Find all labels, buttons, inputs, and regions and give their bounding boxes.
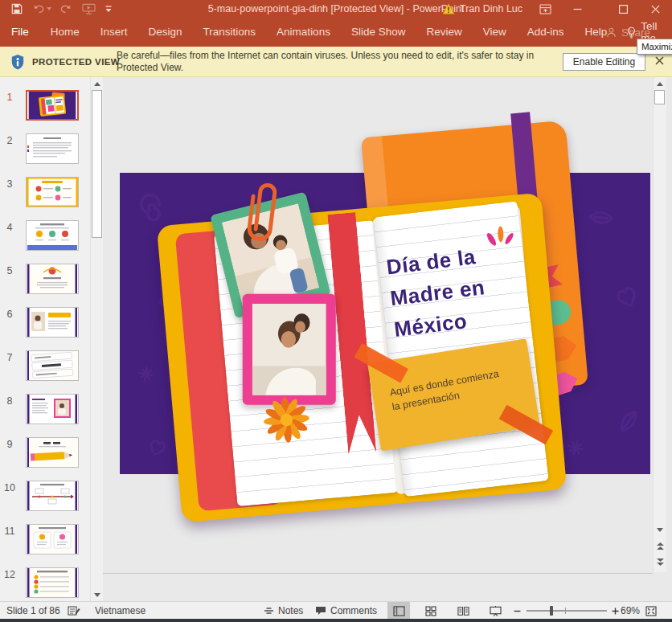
close-button[interactable]	[638, 0, 672, 18]
notebook-cover: Día de la Madre en México Aquí es donde …	[157, 193, 567, 522]
tab-slide-show[interactable]: Slide Show	[341, 18, 416, 47]
fit-to-window-icon[interactable]	[641, 602, 661, 620]
start-from-beginning-icon[interactable]	[82, 2, 96, 15]
ribbon-display-options-icon[interactable]	[534, 0, 556, 18]
slide-number: 2	[2, 135, 18, 146]
photo-mother-hugging-child	[252, 304, 326, 395]
slides-panel: 1 2 3 4	[0, 77, 90, 601]
shield-info-icon	[10, 54, 25, 70]
maximize-button[interactable]	[608, 0, 638, 18]
slide-thumbnail-art	[26, 177, 79, 207]
tab-transitions[interactable]: Transitions	[193, 18, 267, 47]
slide-thumbnail-art	[26, 220, 79, 251]
slide-thumbnail-art	[26, 350, 79, 381]
previous-slide-icon[interactable]	[654, 540, 666, 551]
reading-view-button[interactable]	[452, 602, 474, 620]
undo-icon[interactable]	[34, 2, 45, 15]
scroll-down-icon[interactable]	[92, 589, 103, 600]
user-name: Tran Dinh Luc	[460, 3, 522, 14]
warning-triangle-icon	[442, 3, 455, 14]
slide-thumbnail-1[interactable]: 1	[0, 90, 90, 122]
zoom-out-icon[interactable]	[510, 602, 524, 620]
protected-view-banner: PROTECTED VIEW Be careful—files from the…	[0, 47, 672, 77]
slide-indicator[interactable]: Slide 1 of 86	[6, 602, 60, 620]
slide-number: 9	[2, 439, 18, 450]
slide-sorter-button[interactable]	[420, 602, 442, 620]
pink-photo-frame	[243, 294, 336, 405]
enable-editing-button[interactable]: Enable Editing	[563, 53, 645, 71]
slide-thumbnail-art	[26, 567, 79, 598]
next-slide-icon[interactable]	[654, 556, 666, 567]
slide-thumbnail-6[interactable]: 6	[0, 307, 90, 339]
tab-file[interactable]: File	[0, 18, 40, 47]
normal-view-button[interactable]	[387, 602, 410, 620]
slide-thumbnail-10[interactable]: 10	[0, 481, 90, 513]
tab-design[interactable]: Design	[138, 18, 193, 47]
open-notebook-group: Día de la Madre en México Aquí es donde …	[157, 193, 567, 522]
slide-number: 11	[2, 526, 18, 537]
proofing-icon[interactable]	[68, 602, 80, 620]
slide-thumbnail-8[interactable]: 8	[0, 394, 90, 426]
thumbnails-scrollbar[interactable]	[90, 77, 103, 601]
slide-thumbnail-art	[26, 437, 79, 468]
slide-thumbnail-3[interactable]: 3	[0, 177, 90, 209]
language-indicator[interactable]: Vietnamese	[95, 602, 145, 620]
zoom-level[interactable]: 69%	[621, 602, 640, 620]
slide-thumbnail-art	[26, 394, 79, 424]
zoom-slider-thumb[interactable]	[550, 606, 553, 616]
account-chip[interactable]: Tran Dinh Luc	[442, 2, 522, 15]
undo-dropdown-icon[interactable]	[47, 2, 51, 15]
scrollbar-thumb[interactable]	[92, 90, 102, 238]
tab-insert[interactable]: Insert	[90, 18, 138, 47]
zoom-slider-midpoint	[565, 608, 566, 614]
tab-add-ins[interactable]: Add-ins	[517, 18, 575, 47]
slide-editing-area[interactable]: Día de la Madre en México Aquí es donde …	[103, 77, 653, 601]
slide-number: 5	[2, 265, 18, 276]
tab-home[interactable]: Home	[40, 18, 90, 47]
protected-view-label: PROTECTED VIEW	[32, 57, 120, 67]
notes-splitter[interactable]	[103, 573, 653, 574]
zoom-slider-track[interactable]	[527, 610, 607, 612]
slide-number: 1	[2, 92, 18, 103]
notes-button[interactable]: Notes	[264, 602, 303, 620]
slide-number: 10	[2, 482, 18, 493]
sticky-note-text: Aquí es donde comienza la presentación	[388, 366, 502, 414]
slide-thumbnail-art	[26, 481, 79, 511]
slide-title: Día de la Madre en México	[385, 236, 524, 346]
comments-button[interactable]: Comments	[315, 602, 377, 620]
slide-thumbnail-4[interactable]: 4	[0, 220, 90, 252]
scrollbar-thumb[interactable]	[654, 90, 665, 104]
minimize-button[interactable]	[563, 0, 592, 18]
slide-thumbnail-11[interactable]: 11	[0, 524, 90, 556]
slide-thumbnail-art	[26, 264, 79, 294]
notes-label: Notes	[278, 605, 303, 616]
slide-number: 12	[2, 569, 18, 580]
scroll-up-icon[interactable]	[92, 78, 103, 89]
slide-number: 4	[2, 222, 18, 233]
slide-number: 7	[2, 352, 18, 363]
slide-number: 8	[2, 395, 18, 407]
scroll-down-icon[interactable]	[654, 524, 666, 535]
main-scrollbar[interactable]	[653, 77, 666, 572]
share-label: Share	[621, 27, 650, 39]
customize-qat-icon[interactable]	[105, 2, 112, 15]
window-bottom-edge	[0, 619, 672, 622]
tab-review[interactable]: Review	[416, 18, 472, 47]
banner-close-icon[interactable]	[655, 56, 666, 68]
slide-number: 6	[2, 309, 18, 320]
slide-thumbnail-5[interactable]: 5	[0, 264, 90, 296]
slide-thumbnail-12[interactable]: 12	[0, 567, 90, 599]
slide-thumbnail-9[interactable]: 9	[0, 437, 90, 469]
comments-label: Comments	[330, 605, 377, 616]
slide-thumbnail-art	[26, 307, 79, 338]
slide-thumbnail-2[interactable]: 2	[0, 133, 90, 166]
slide-number: 3	[2, 178, 18, 190]
scroll-up-icon[interactable]	[654, 78, 666, 89]
tab-animations[interactable]: Animations	[266, 18, 341, 47]
redo-icon[interactable]	[59, 2, 71, 15]
main-area: 1 2 3 4	[0, 77, 672, 601]
slide-thumbnail-7[interactable]: 7	[0, 350, 90, 383]
save-icon[interactable]	[11, 2, 23, 15]
tab-view[interactable]: View	[473, 18, 517, 47]
slide-show-button[interactable]	[484, 602, 506, 620]
